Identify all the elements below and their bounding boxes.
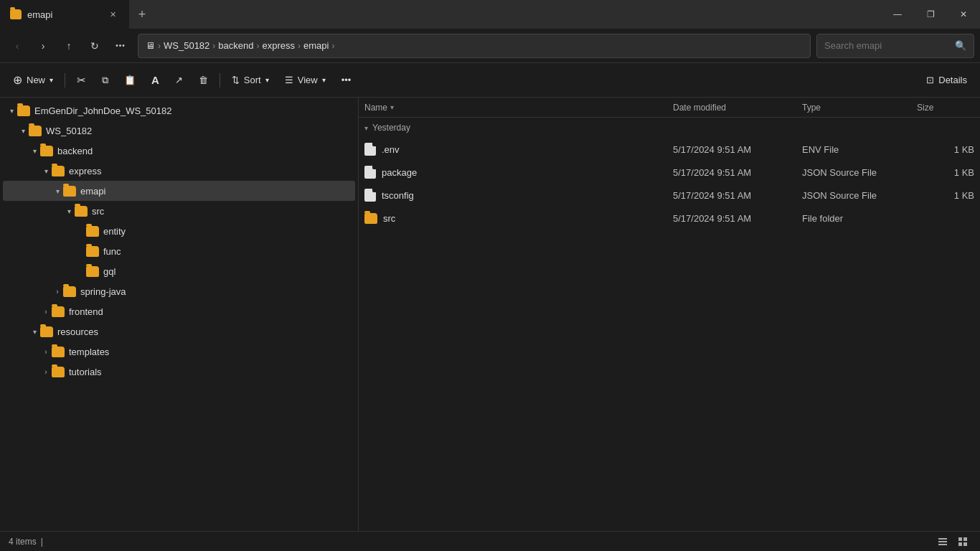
sidebar-item-backend[interactable]: ▾backend xyxy=(3,141,355,161)
minimize-button[interactable]: — xyxy=(881,0,914,29)
sidebar-item-gql[interactable]: gql xyxy=(3,261,355,281)
copy-button[interactable]: ⧉ xyxy=(95,68,116,93)
paste-icon: 📋 xyxy=(124,75,136,85)
file-group-yesterday[interactable]: ▾ Yesterday xyxy=(359,118,980,138)
chevron-icon: ▾ xyxy=(40,165,52,176)
close-button[interactable]: ✕ xyxy=(947,0,980,29)
chevron-icon: › xyxy=(40,366,52,377)
share-icon: ↗ xyxy=(175,75,183,85)
tab-folder-icon xyxy=(10,9,22,19)
search-input[interactable] xyxy=(824,40,951,51)
sidebar-item-emapi[interactable]: ▾emapi xyxy=(3,181,355,201)
view-icon: ☰ xyxy=(285,75,293,85)
table-row[interactable]: .env5/17/2024 9:51 AMENV File1 KB xyxy=(359,138,980,161)
sidebar-item-ws50182[interactable]: ▾WS_50182 xyxy=(3,121,355,141)
more-options-button[interactable]: ••• xyxy=(334,68,359,93)
paste-button[interactable]: 📋 xyxy=(117,68,143,93)
list-view-button[interactable] xyxy=(934,534,951,550)
folder-icon xyxy=(29,126,42,136)
breadcrumb-emapi[interactable]: emapi xyxy=(303,40,329,51)
chevron-icon: ▾ xyxy=(17,125,29,136)
sidebar: ▾EmGenDir_JohnDoe_WS_50182▾WS_50182▾back… xyxy=(0,98,359,531)
sidebar-item-label: WS_50182 xyxy=(46,126,92,136)
view-button[interactable]: ☰ View ▾ xyxy=(278,68,333,93)
chevron-icon: ▾ xyxy=(29,326,40,337)
column-name[interactable]: Name ▾ xyxy=(364,103,673,113)
svg-rect-1 xyxy=(938,541,947,542)
svg-rect-2 xyxy=(938,544,947,545)
folder-icon xyxy=(63,186,76,197)
sidebar-item-label: entity xyxy=(103,226,126,237)
folder-icon xyxy=(52,367,65,377)
sidebar-item-src[interactable]: ▾src xyxy=(3,201,355,221)
grid-view-button[interactable] xyxy=(954,534,971,550)
file-type: ENV File xyxy=(802,144,917,155)
new-button[interactable]: ⊕ New ▾ xyxy=(6,68,60,93)
delete-button[interactable]: 🗑 xyxy=(192,68,215,93)
sidebar-item-emgendirjohndoe[interactable]: ▾EmGenDir_JohnDoe_WS_50182 xyxy=(3,100,355,121)
cut-icon: ✂ xyxy=(77,74,86,87)
new-chevron-icon: ▾ xyxy=(50,76,53,84)
details-icon: ⊡ xyxy=(926,75,934,85)
main-area: ▾EmGenDir_JohnDoe_WS_50182▾WS_50182▾back… xyxy=(0,98,980,531)
new-tab-button[interactable]: + xyxy=(129,0,155,29)
breadcrumb-express[interactable]: express xyxy=(262,40,295,51)
chevron-icon: ▾ xyxy=(29,145,40,156)
refresh-button[interactable]: ↻ xyxy=(83,34,106,57)
table-row[interactable]: src5/17/2024 9:51 AMFile folder xyxy=(359,207,980,230)
details-button[interactable]: ⊡ Details xyxy=(919,68,974,93)
chevron-icon: ▾ xyxy=(6,105,17,116)
column-size[interactable]: Size xyxy=(917,103,974,113)
cut-button[interactable]: ✂ xyxy=(70,68,93,93)
forward-button[interactable]: › xyxy=(32,34,55,57)
sidebar-item-tutorials[interactable]: ›tutorials xyxy=(3,362,355,382)
rename-button[interactable]: A xyxy=(144,68,166,93)
sidebar-item-label: EmGenDir_JohnDoe_WS_50182 xyxy=(34,105,172,116)
search-icon: 🔍 xyxy=(955,40,966,51)
file-type: JSON Source File xyxy=(802,190,917,201)
breadcrumb-monitor-icon: 🖥 xyxy=(146,40,155,51)
sort-icon: ⇅ xyxy=(232,75,240,85)
sidebar-item-resources[interactable]: ▾resources xyxy=(3,321,355,342)
table-row[interactable]: tsconfig5/17/2024 9:51 AMJSON Source Fil… xyxy=(359,184,980,207)
breadcrumb-ws50182[interactable]: WS_50182 xyxy=(164,40,209,51)
group-chevron-icon: ▾ xyxy=(364,124,368,132)
svg-rect-6 xyxy=(963,542,967,546)
up-button[interactable]: ↑ xyxy=(57,34,80,57)
folder-icon xyxy=(75,206,88,217)
search-box[interactable]: 🔍 xyxy=(816,34,974,58)
breadcrumb-backend[interactable]: backend xyxy=(218,40,253,51)
sidebar-item-label: tutorials xyxy=(69,367,102,377)
maximize-button[interactable]: ❐ xyxy=(914,0,947,29)
back-button[interactable]: ‹ xyxy=(6,34,29,57)
sidebar-item-frontend[interactable]: ›frontend xyxy=(3,301,355,321)
sidebar-item-func[interactable]: func xyxy=(3,241,355,261)
window-controls: — ❐ ✕ xyxy=(881,0,980,29)
column-type[interactable]: Type xyxy=(802,103,917,113)
sidebar-item-templates[interactable]: ›templates xyxy=(3,342,355,362)
folder-icon xyxy=(86,246,99,257)
group-label: Yesterday xyxy=(372,123,410,133)
share-button[interactable]: ↗ xyxy=(168,68,190,93)
more-nav-button[interactable]: ••• xyxy=(109,34,132,57)
sidebar-item-express[interactable]: ▾express xyxy=(3,161,355,181)
table-row[interactable]: package5/17/2024 9:51 AMJSON Source File… xyxy=(359,161,980,184)
file-list-header: Name ▾ Date modified Type Size xyxy=(359,98,980,118)
status-bar: 4 items | xyxy=(0,531,980,551)
breadcrumb[interactable]: 🖥 › WS_50182 › backend › express › emapi… xyxy=(138,34,811,58)
tab-close-button[interactable]: ✕ xyxy=(106,8,119,21)
toolbar-right: ⊡ Details xyxy=(919,68,974,93)
status-separator: | xyxy=(41,537,43,547)
svg-rect-3 xyxy=(958,537,962,541)
folder-icon xyxy=(17,105,30,116)
sidebar-item-entity[interactable]: entity xyxy=(3,221,355,241)
sort-button[interactable]: ⇅ Sort ▾ xyxy=(225,68,276,93)
rename-icon: A xyxy=(151,74,159,86)
folder-icon xyxy=(86,226,99,237)
column-date[interactable]: Date modified xyxy=(673,103,802,113)
chevron-icon xyxy=(75,245,86,257)
file-name: tsconfig xyxy=(382,190,414,201)
chevron-icon xyxy=(75,265,86,277)
tab-emapi[interactable]: emapi ✕ xyxy=(0,0,129,29)
sidebar-item-springjava[interactable]: ›spring-java xyxy=(3,281,355,301)
